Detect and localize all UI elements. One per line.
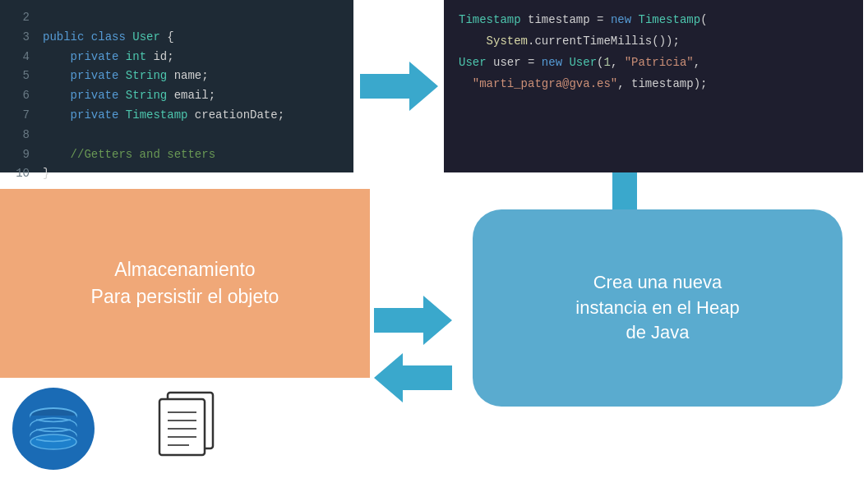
svg-rect-12	[159, 399, 205, 455]
storage-label-line1: Almacenamiento	[114, 259, 255, 281]
code-block-right: Timestamp timestamp = new Timestamp( Sys…	[444, 0, 863, 172]
blue-box-label: Crea una nuevainstancia en el Heapde Jav…	[575, 270, 739, 346]
arrow-right-top	[360, 62, 438, 111]
arrow-right-middle	[374, 296, 452, 345]
svg-marker-2	[374, 296, 452, 345]
blue-box: Crea una nuevainstancia en el Heapde Jav…	[473, 209, 843, 407]
svg-marker-0	[360, 62, 438, 111]
svg-marker-3	[374, 353, 452, 402]
storage-label-line2: Para persistir el objeto	[91, 286, 279, 308]
arrow-left-middle	[374, 353, 452, 402]
document-icon	[152, 384, 226, 466]
storage-box: Almacenamiento Para persistir el objeto	[0, 189, 370, 378]
code-block-left: 2 3public class User { 4 private int id;…	[0, 0, 353, 172]
database-icon	[12, 388, 95, 470]
